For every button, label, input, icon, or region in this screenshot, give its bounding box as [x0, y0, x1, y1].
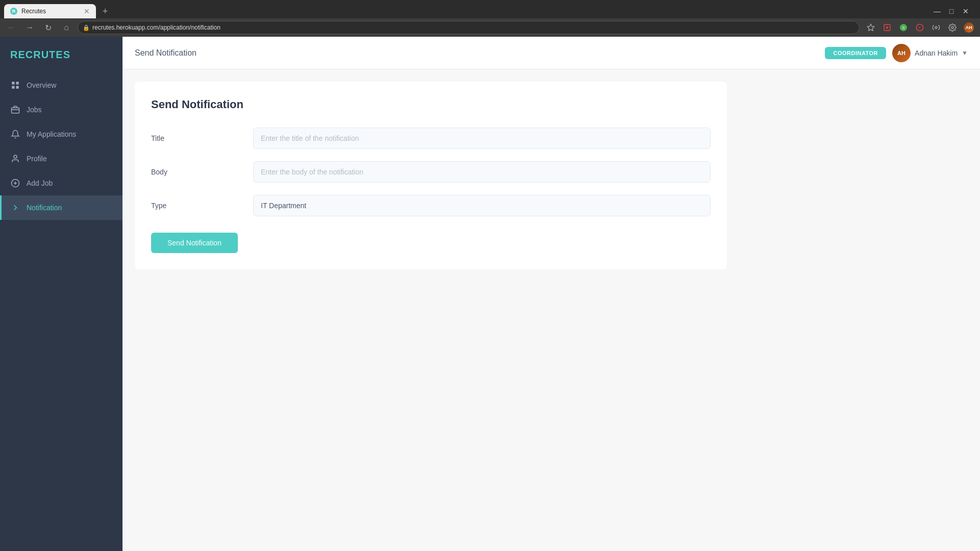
sidebar-item-my-applications-label: My Applications [27, 130, 76, 138]
sidebar-item-overview-label: Overview [27, 81, 56, 89]
svg-point-9 [951, 27, 953, 29]
brand-text: RECRUTES [10, 49, 70, 60]
new-tab-button[interactable]: + [98, 4, 112, 18]
tab-close-button[interactable]: ✕ [84, 7, 90, 15]
body-form-row: Body [151, 161, 710, 183]
bookmark-icon[interactable] [864, 20, 878, 35]
svg-rect-12 [12, 86, 14, 89]
bell-icon [10, 129, 20, 139]
type-label: Type [151, 202, 253, 210]
send-notification-button[interactable]: Send Notification [151, 233, 238, 253]
page-title: Send Notification [135, 48, 197, 58]
sidebar-item-add-job-label: Add Job [27, 179, 53, 187]
forward-button[interactable]: → [22, 20, 37, 35]
address-bar-input[interactable] [78, 21, 860, 34]
avatar-initials: AH [897, 50, 905, 56]
main-content: Send Notification COORDINATOR AH Adnan H… [122, 37, 980, 551]
svg-rect-13 [16, 86, 19, 89]
svg-text:G: G [902, 26, 904, 30]
body-input[interactable] [253, 161, 710, 183]
minimize-button[interactable]: — [931, 5, 943, 17]
sidebar-item-jobs[interactable]: Jobs [0, 97, 122, 122]
app-container: RECRUTES Overview Jobs My Applications [0, 37, 980, 551]
user-name: Adnan Hakim [915, 49, 958, 57]
sidebar-item-my-applications[interactable]: My Applications [0, 122, 122, 146]
svg-text:F: F [919, 26, 921, 30]
title-form-row: Title [151, 128, 710, 149]
ssl-lock-icon: 🔒 [83, 24, 90, 31]
sidebar-item-notification[interactable]: Notification [0, 195, 122, 220]
extension-icon-3[interactable]: F [913, 20, 927, 35]
page-content: Send Notification Title Body Type S [122, 69, 980, 551]
active-tab[interactable]: R Recrutes ✕ [4, 4, 96, 18]
sidebar-item-profile[interactable]: Profile [0, 146, 122, 171]
type-form-row: Type [151, 195, 710, 216]
tab-favicon: R [10, 8, 17, 15]
user-profile-icon[interactable]: AH [962, 20, 976, 35]
dropdown-arrow-icon: ▼ [962, 49, 968, 57]
sidebar-brand: RECRUTES [0, 37, 122, 73]
sidebar-item-overview[interactable]: Overview [0, 73, 122, 97]
sidebar-item-notification-label: Notification [27, 204, 62, 212]
tab-title: Recrutes [21, 8, 46, 15]
arrow-right-icon [10, 203, 20, 213]
back-button[interactable]: ← [4, 20, 18, 35]
svg-point-16 [14, 155, 17, 158]
svg-rect-14 [12, 108, 19, 113]
user-info[interactable]: AH Adnan Hakim ▼ [892, 44, 968, 62]
top-header: Send Notification COORDINATOR AH Adnan H… [122, 37, 980, 69]
sidebar-item-jobs-label: Jobs [27, 106, 42, 114]
title-input[interactable] [253, 128, 710, 149]
settings-icon[interactable] [945, 20, 960, 35]
sidebar-item-profile-label: Profile [27, 155, 47, 163]
extension-icon-1[interactable] [880, 20, 894, 35]
type-input[interactable] [253, 195, 710, 216]
address-bar-container: 🔒 [78, 21, 860, 34]
briefcase-icon [10, 105, 20, 115]
person-icon [10, 154, 20, 164]
home-button[interactable]: ⌂ [59, 20, 74, 35]
plus-circle-icon [10, 178, 20, 188]
svg-rect-10 [12, 82, 14, 84]
header-right: COORDINATOR AH Adnan Hakim ▼ [825, 44, 968, 62]
browser-tabs: R Recrutes ✕ + — □ ✕ [0, 0, 980, 18]
svg-rect-11 [16, 82, 19, 84]
sidebar-item-add-job[interactable]: Add Job [0, 171, 122, 195]
svg-point-8 [935, 27, 937, 29]
reload-button[interactable]: ↻ [41, 20, 55, 35]
form-title: Send Notification [151, 98, 710, 111]
grid-icon [10, 80, 20, 90]
sidebar-navigation: Overview Jobs My Applications Profile [0, 73, 122, 551]
body-label: Body [151, 168, 253, 176]
title-label: Title [151, 134, 253, 142]
extension-icon-4[interactable] [929, 20, 943, 35]
svg-marker-0 [867, 24, 874, 31]
coordinator-badge: COORDINATOR [825, 47, 886, 59]
tab-favicon-letter: R [12, 9, 16, 14]
avatar: AH [892, 44, 911, 62]
extension-icon-2[interactable]: G [896, 20, 911, 35]
browser-chrome: R Recrutes ✕ + — □ ✕ ← → ↻ ⌂ 🔒 G [0, 0, 980, 37]
toolbar-icons: G F AH [864, 20, 976, 35]
maximize-button[interactable]: □ [945, 5, 958, 17]
sidebar: RECRUTES Overview Jobs My Applications [0, 37, 122, 551]
browser-toolbar: ← → ↻ ⌂ 🔒 G F [0, 18, 980, 37]
notification-form-card: Send Notification Title Body Type S [135, 82, 727, 269]
close-button[interactable]: ✕ [960, 5, 972, 17]
